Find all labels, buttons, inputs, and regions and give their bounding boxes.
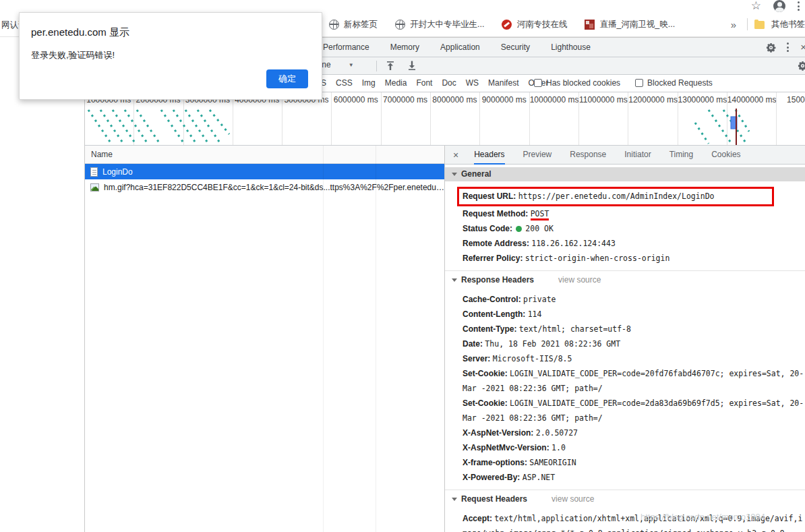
header-key: X-AspNetMvc-Version: [463, 443, 549, 452]
alert-dialog: per.enetedu.com 显示 登录失败,验证码错误! 确定 [19, 12, 322, 100]
header-row: Set-Cookie: LOGIN_VALIDATE_CODE_PER=code… [463, 396, 805, 425]
bookmark-item[interactable]: 新标签页 [325, 19, 382, 30]
filter-checkbox-item[interactable]: Blocked Requests [635, 78, 713, 88]
header-key: Cache-Control: [463, 295, 521, 304]
bookmarks-overflow-icon[interactable]: » [727, 19, 740, 30]
other-bookmarks-folder-icon [754, 21, 765, 29]
header-value: https://per.enetedu.com/AdminIndex/Login… [518, 191, 715, 201]
disclosure-triangle-icon [452, 498, 457, 501]
red-logo-icon [502, 20, 512, 30]
filter-checkbox-item[interactable]: Has blocked cookies [534, 78, 620, 88]
devtools-tab-memory[interactable]: Memory [390, 42, 419, 52]
view-source-link[interactable]: view source [558, 273, 601, 287]
view-source-link[interactable]: view source [551, 492, 594, 506]
close-details-icon[interactable]: × [453, 150, 458, 160]
divider [376, 61, 377, 71]
devtools-tab-application[interactable]: Application [440, 42, 480, 52]
profile-avatar-icon[interactable] [773, 0, 785, 12]
bookmark-label: 开封大中专毕业生... [410, 19, 484, 30]
header-row: X-Powered-By: ASP.NET [463, 470, 805, 485]
red-box-annotation: Request URL: https://per.enetedu.com/Adm… [457, 187, 774, 206]
timeline-activity-graph [85, 92, 805, 146]
header-row: Content-Length: 114 [463, 307, 805, 322]
request-name: LoginDo [102, 167, 133, 177]
devtools-close-icon[interactable]: × [800, 41, 805, 53]
header-row: Cache-Control: private [463, 292, 805, 307]
header-value: 200 OK [525, 224, 554, 233]
bookmark-item[interactable]: 开封大中专毕业生... [391, 19, 488, 30]
header-key: Remote Address: [463, 239, 529, 248]
tab-headers[interactable]: Headers [474, 146, 504, 165]
network-overview-timeline[interactable]: 1000000 ms2000000 ms3000000 ms4000000 ms… [85, 92, 805, 146]
disclosure-triangle-icon [452, 173, 457, 176]
header-value: POST [531, 209, 549, 220]
chevron-down-icon: ▼ [349, 62, 354, 68]
disclosure-triangle-icon [452, 278, 457, 282]
details-tabbar: × HeadersPreviewResponseInitiatorTimingC… [445, 146, 805, 165]
header-row: Referrer Policy: strict-origin-when-cros… [463, 251, 805, 266]
filter-ws[interactable]: WS [466, 78, 479, 88]
checkbox-icon[interactable] [635, 79, 643, 87]
header-row: X-AspNet-Version: 2.0.50727 [463, 425, 805, 440]
header-value: LOGIN_VALIDATE_CODE_PER=code=20fd76fabd4… [463, 369, 804, 393]
section-header-response-headers[interactable]: Response Headersview source [445, 270, 805, 287]
header-rows: Request URL: https://per.enetedu.com/Adm… [445, 181, 805, 267]
status-green-dot-icon [516, 226, 522, 232]
browser-toolbar: ☆ [0, 0, 805, 12]
grid-line [323, 146, 324, 532]
header-key: X-frame-options: [463, 458, 527, 467]
browser-menu-icon[interactable] [798, 1, 800, 11]
tab-preview[interactable]: Preview [523, 146, 552, 165]
filter-font[interactable]: Font [416, 78, 432, 88]
import-har-icon[interactable] [386, 61, 395, 71]
other-bookmarks-label[interactable]: 其他书签 [771, 19, 805, 30]
globe-icon [395, 20, 405, 30]
alert-ok-button[interactable]: 确定 [266, 69, 308, 88]
export-har-icon[interactable] [407, 61, 417, 71]
filter-manifest[interactable]: Manifest [488, 78, 518, 88]
section-title: Response Headers [461, 273, 534, 287]
tab-initiator[interactable]: Initiator [624, 146, 651, 165]
devtools-tab-lighthouse[interactable]: Lighthouse [551, 42, 591, 52]
bookmark-star-icon[interactable]: ☆ [751, 0, 761, 12]
header-row: Status Code: 200 OK [463, 221, 805, 236]
checkbox-label: Blocked Requests [647, 78, 713, 88]
tab-timing[interactable]: Timing [669, 146, 694, 165]
checkbox-label: Has blocked cookies [546, 78, 620, 88]
tab-cookies[interactable]: Cookies [711, 146, 740, 165]
filter-img[interactable]: Img [362, 78, 376, 88]
header-value: 1.0 [551, 443, 566, 452]
devtools-settings-icon[interactable] [766, 42, 776, 53]
header-key: Status Code: [463, 224, 512, 233]
seal-logo-icon [585, 20, 595, 30]
filter-css[interactable]: CSS [336, 78, 353, 88]
document-icon [90, 167, 98, 177]
tab-response[interactable]: Response [570, 146, 606, 165]
devtools-menu-icon[interactable] [787, 42, 789, 52]
divider [747, 18, 748, 30]
header-value: private [523, 295, 556, 304]
header-rows: Cache-Control: privateContent-Length: 11… [445, 287, 805, 486]
watermark-text: https://blog.csdn.net/momo1994 [640, 512, 765, 522]
table-row-request[interactable]: LoginDo [85, 164, 444, 179]
section-header-general[interactable]: General [445, 167, 805, 181]
header-row: Remote Address: 118.26.162.124:443 [463, 236, 805, 251]
header-key: Date: [463, 339, 483, 349]
devtools-tab-performance[interactable]: Performance [323, 42, 369, 52]
section-header-request-headers[interactable]: Request Headersview source [445, 490, 805, 506]
filter-media[interactable]: Media [385, 78, 407, 88]
network-conditions-gear-icon[interactable] [798, 61, 805, 71]
bookmark-item[interactable]: 直播_河南卫视_映... [580, 19, 679, 30]
bookmark-item[interactable]: 河南专技在线 [498, 19, 571, 30]
column-header-name[interactable]: Name [85, 146, 444, 164]
checkbox-icon[interactable] [534, 79, 542, 87]
header-value: text/html; charset=utf-8 [519, 324, 631, 334]
header-row: Server: Microsoft-IIS/8.5 [463, 351, 805, 366]
section-title: General [461, 167, 491, 181]
header-key: Referrer Policy: [463, 254, 523, 263]
devtools-tab-security[interactable]: Security [501, 42, 530, 52]
filter-doc[interactable]: Doc [442, 78, 456, 88]
table-row-request[interactable]: hm.gif?hca=31EF822D5CC4BE1F&cc=1&ck=1&cl… [85, 179, 444, 195]
header-key: Server: [463, 354, 490, 363]
header-key: Set-Cookie: [463, 369, 508, 378]
